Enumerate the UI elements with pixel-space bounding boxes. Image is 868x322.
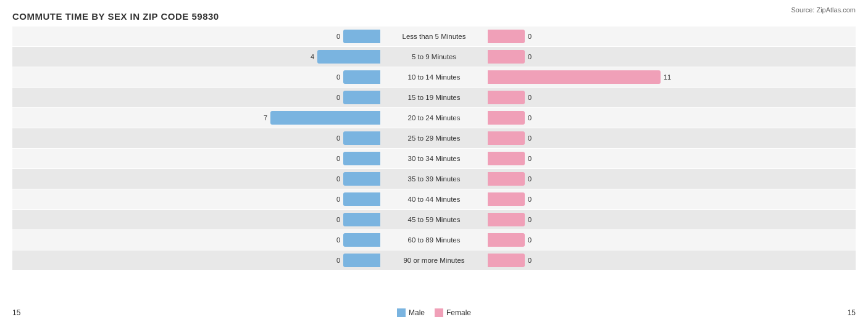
male-bar [343, 192, 380, 206]
row-label: 45 to 59 Minutes [383, 216, 485, 223]
female-value: 0 [528, 53, 539, 60]
row-label: 90 or more Minutes [383, 257, 485, 264]
female-bar-wrapper: 0 [488, 111, 856, 125]
male-bar-wrapper: 0 [12, 70, 380, 84]
left-section: 0 [12, 210, 383, 229]
chart-row: 0 40 to 44 Minutes 0 [12, 189, 856, 209]
male-bar-wrapper: 0 [12, 152, 380, 165]
male-value: 4 [303, 53, 314, 60]
male-bar [343, 131, 380, 145]
male-bar-wrapper: 0 [12, 213, 380, 226]
female-bar-wrapper: 0 [488, 152, 856, 165]
female-value: 11 [664, 73, 675, 81]
male-bar-wrapper: 0 [12, 91, 380, 104]
chart-row: 0 30 to 34 Minutes 0 [12, 149, 856, 168]
male-value: 0 [329, 175, 340, 183]
chart-container: COMMUTE TIME BY SEX IN ZIP CODE 59830 So… [0, 0, 868, 322]
row-label: 5 to 9 Minutes [383, 53, 485, 60]
left-section: 0 [12, 67, 383, 87]
female-value: 0 [528, 33, 539, 40]
male-value: 0 [329, 236, 340, 244]
male-bar [270, 111, 380, 125]
male-bar-wrapper: 0 [12, 172, 380, 186]
female-bar-wrapper: 0 [488, 192, 856, 206]
left-section: 0 [12, 189, 383, 209]
source-label: Source: ZipAtlas.com [791, 6, 856, 14]
male-value: 0 [329, 155, 340, 162]
female-bar [488, 111, 525, 125]
male-bar [343, 70, 380, 84]
female-value: 0 [528, 114, 539, 122]
chart-area: 0 Less than 5 Minutes 0 4 5 to 9 Minutes… [12, 27, 856, 286]
chart-row: 4 5 to 9 Minutes 0 [12, 47, 856, 67]
legend: Male Female [0, 308, 868, 317]
left-section: 0 [12, 88, 383, 107]
female-bar-wrapper: 0 [488, 213, 856, 226]
left-section: 0 [12, 250, 383, 270]
female-bar [488, 213, 525, 226]
chart-row: 0 10 to 14 Minutes 11 [12, 67, 856, 87]
left-section: 0 [12, 149, 383, 168]
male-bar-wrapper: 0 [12, 30, 380, 43]
male-color-box [397, 308, 406, 317]
female-value: 0 [528, 196, 539, 203]
right-section: 0 [485, 128, 856, 148]
male-value: 0 [329, 73, 340, 81]
right-section: 0 [485, 27, 856, 46]
female-bar [488, 233, 525, 247]
chart-row: 0 45 to 59 Minutes 0 [12, 210, 856, 229]
male-bar [343, 152, 380, 165]
right-section: 0 [485, 210, 856, 229]
chart-row: 0 25 to 29 Minutes 0 [12, 128, 856, 148]
male-label: Male [409, 308, 425, 317]
chart-row: 0 60 to 89 Minutes 0 [12, 230, 856, 250]
male-value: 0 [329, 33, 340, 40]
female-value: 0 [528, 155, 539, 162]
female-bar [488, 131, 525, 145]
female-bar-wrapper: 0 [488, 91, 856, 104]
female-bar [488, 152, 525, 165]
row-label: 40 to 44 Minutes [383, 196, 485, 203]
male-value: 0 [329, 94, 340, 101]
male-bar-wrapper: 0 [12, 233, 380, 247]
male-bar-wrapper: 0 [12, 254, 380, 267]
right-section: 0 [485, 149, 856, 168]
female-value: 0 [528, 134, 539, 142]
row-label: 15 to 19 Minutes [383, 94, 485, 101]
chart-row: 0 15 to 19 Minutes 0 [12, 88, 856, 107]
male-bar [343, 30, 380, 43]
male-bar-wrapper: 0 [12, 192, 380, 206]
male-bar [343, 254, 380, 267]
row-label: 10 to 14 Minutes [383, 73, 485, 81]
male-value: 7 [256, 114, 267, 122]
right-section: 0 [485, 47, 856, 67]
right-section: 0 [485, 88, 856, 107]
right-section: 11 [485, 67, 856, 87]
chart-row: 7 20 to 24 Minutes 0 [12, 108, 856, 128]
female-bar-wrapper: 0 [488, 172, 856, 186]
right-section: 0 [485, 230, 856, 250]
female-bar [488, 50, 525, 64]
female-bar-wrapper: 0 [488, 50, 856, 64]
female-value: 0 [528, 236, 539, 244]
legend-male: Male [397, 308, 425, 317]
chart-title: COMMUTE TIME BY SEX IN ZIP CODE 59830 [12, 11, 856, 22]
male-bar [343, 172, 380, 186]
row-label: 35 to 39 Minutes [383, 175, 485, 183]
male-bar [317, 50, 380, 64]
chart-row: 0 Less than 5 Minutes 0 [12, 27, 856, 46]
male-value: 0 [329, 216, 340, 223]
male-bar-wrapper: 7 [12, 111, 380, 125]
row-label: 60 to 89 Minutes [383, 236, 485, 244]
legend-female: Female [435, 308, 471, 317]
female-bar-wrapper: 11 [488, 70, 856, 84]
left-section: 4 [12, 47, 383, 67]
male-bar [343, 233, 380, 247]
female-color-box [435, 308, 443, 317]
female-bar [488, 192, 525, 206]
female-bar-wrapper: 0 [488, 30, 856, 43]
female-value: 0 [528, 257, 539, 264]
row-label: Less than 5 Minutes [383, 33, 485, 40]
left-section: 7 [12, 108, 383, 128]
female-bar-wrapper: 0 [488, 131, 856, 145]
